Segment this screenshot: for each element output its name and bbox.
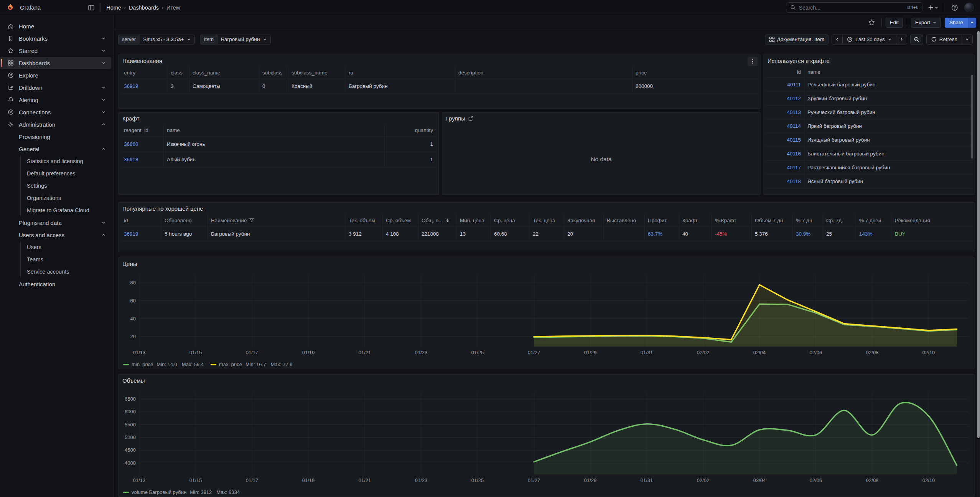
- column-header-Объем 7 дн[interactable]: Объем 7 дн: [752, 214, 793, 227]
- search-input[interactable]: Search... ctrl+k: [786, 2, 922, 13]
- column-header-Тек. цена[interactable]: Тек. цена: [530, 214, 564, 227]
- column-header-Профит[interactable]: Профит: [645, 214, 679, 227]
- column-header-quantity[interactable]: quantity: [385, 124, 436, 137]
- time-range-button[interactable]: Last 30 days: [842, 35, 896, 44]
- column-header-Выставлено[interactable]: Выставлено: [604, 214, 645, 227]
- table-cell-link[interactable]: 36919: [121, 227, 161, 241]
- grafana-logo[interactable]: [6, 3, 15, 12]
- column-header-Ср. 7д.[interactable]: Ср. 7д.: [823, 214, 856, 227]
- table-cell-link[interactable]: 40112: [766, 92, 804, 106]
- refresh-interval-dropdown[interactable]: [962, 35, 972, 44]
- column-header-Обновлено[interactable]: Обновлено: [161, 214, 208, 227]
- sidebar-item-users-and-access[interactable]: Users and access: [0, 229, 111, 241]
- column-header-subclass[interactable]: subclass: [259, 66, 288, 79]
- column-header-% Крафт[interactable]: % Крафт: [712, 214, 752, 227]
- column-header-description[interactable]: description: [455, 66, 632, 79]
- sidebar-item-organizations[interactable]: Organizations: [0, 192, 111, 204]
- variable-item-dropdown[interactable]: itemБагровый рубин: [200, 35, 271, 45]
- column-header-Ср. объем[interactable]: Ср. объем: [383, 214, 418, 227]
- sidebar-item-teams[interactable]: Teams: [0, 253, 111, 266]
- time-shift-back-button[interactable]: [832, 35, 842, 44]
- column-header-subclass_name[interactable]: subclass_name: [288, 66, 346, 79]
- sidebar-item-home[interactable]: Home: [0, 20, 111, 32]
- column-header-Ср. цена[interactable]: Ср. цена: [491, 214, 530, 227]
- sidebar-item-service-accounts[interactable]: Service accounts: [0, 266, 111, 278]
- column-header-Тек. объем[interactable]: Тек. объем: [346, 214, 383, 227]
- panel-title[interactable]: Используется в крафте: [764, 55, 974, 66]
- column-header-Рекомендация[interactable]: Рекомендация: [892, 214, 972, 227]
- sidebar-item-migrate-to-grafana-cloud[interactable]: Migrate to Grafana Cloud: [0, 204, 111, 216]
- column-header-% 7 дней[interactable]: % 7 дней: [856, 214, 892, 227]
- help-icon[interactable]: [951, 4, 958, 11]
- panel-title[interactable]: Наименования: [119, 55, 760, 66]
- legend-item[interactable]: max_priceMin: 16.7Max: 77.9: [211, 362, 293, 367]
- sidebar-item-connections[interactable]: Connections: [0, 106, 111, 118]
- table-cell-link[interactable]: 36918: [121, 152, 164, 167]
- column-header-id[interactable]: id: [766, 66, 804, 78]
- sidebar-item-alerting[interactable]: Alerting: [0, 94, 111, 106]
- column-header-price[interactable]: price: [632, 66, 758, 79]
- table-cell-link[interactable]: 40116: [766, 147, 804, 161]
- panel-title[interactable]: Объемы: [119, 375, 974, 386]
- avatar[interactable]: [964, 3, 974, 12]
- panel-title[interactable]: Крафт: [119, 112, 438, 124]
- share-dropdown-button[interactable]: [968, 18, 976, 28]
- sidebar-item-starred[interactable]: Starred: [0, 45, 111, 57]
- legend-item[interactable]: volume Багровый рубинMin: 3912Max: 6334: [123, 489, 240, 495]
- external-link-icon[interactable]: [468, 116, 473, 121]
- table-cell-link[interactable]: 40113: [766, 106, 804, 119]
- column-header-class[interactable]: class: [168, 66, 189, 79]
- panel-title[interactable]: Популярные по хорошей цене: [119, 203, 974, 214]
- legend-item[interactable]: min_priceMin: 14.0Max: 56.4: [123, 362, 204, 367]
- sidebar-item-authentication[interactable]: Authentication: [0, 278, 111, 290]
- time-shift-forward-button[interactable]: [896, 35, 907, 44]
- variable-value[interactable]: Sirus x5 - 3.3.5a+: [139, 35, 195, 45]
- export-button[interactable]: Export: [911, 18, 941, 28]
- column-header-id[interactable]: id: [121, 214, 161, 227]
- docs-link-button[interactable]: Документация. Item: [765, 35, 829, 45]
- prices-chart[interactable]: 2040608001/1301/1501/1701/1901/2101/2301…: [119, 269, 974, 359]
- column-header-Закупочная[interactable]: Закупочная: [564, 214, 604, 227]
- column-header-Крафт[interactable]: Крафт: [679, 214, 712, 227]
- sidebar-item-drilldown[interactable]: Drilldown: [0, 81, 111, 94]
- column-header-Общ. о...[interactable]: Общ. о...: [418, 214, 457, 227]
- sidebar-item-default-preferences[interactable]: Default preferences: [0, 167, 111, 180]
- sidebar-item-general[interactable]: General: [0, 143, 111, 155]
- table-cell-link[interactable]: 40118: [766, 175, 804, 188]
- sidebar-item-explore[interactable]: Explore: [0, 69, 111, 81]
- column-header-class_name[interactable]: class_name: [189, 66, 259, 79]
- column-header-Наименование[interactable]: Наименование: [208, 214, 346, 227]
- sidebar-item-provisioning[interactable]: Provisioning: [0, 130, 111, 143]
- table-cell-link[interactable]: 36919: [121, 79, 168, 94]
- column-header-name[interactable]: name: [804, 66, 972, 78]
- table-cell-link[interactable]: 40111: [766, 78, 804, 92]
- panel-title[interactable]: Цены: [119, 258, 974, 269]
- column-header-name[interactable]: name: [164, 124, 385, 137]
- table-scrollbar[interactable]: [971, 75, 973, 159]
- sidebar-item-administration[interactable]: Administration: [0, 118, 111, 130]
- breadcrumb-item[interactable]: Dashboards: [129, 5, 159, 11]
- sidebar-item-settings[interactable]: Settings: [0, 180, 111, 192]
- column-header-ru[interactable]: ru: [346, 66, 455, 79]
- breadcrumb-item[interactable]: Home: [106, 5, 121, 11]
- column-header-% 7 дн[interactable]: % 7 дн: [793, 214, 823, 227]
- column-header-entry[interactable]: entry: [121, 66, 168, 79]
- table-cell-link[interactable]: 40114: [766, 119, 804, 133]
- sidebar-item-users[interactable]: Users: [0, 241, 111, 253]
- sidebar-item-plugins-and-data[interactable]: Plugins and data: [0, 216, 111, 229]
- sidebar-item-bookmarks[interactable]: Bookmarks: [0, 32, 111, 45]
- column-header-reagent_id[interactable]: reagent_id: [121, 124, 164, 137]
- table-cell-link[interactable]: 40115: [766, 133, 804, 147]
- new-button[interactable]: [928, 5, 939, 10]
- edit-button[interactable]: Edit: [886, 18, 903, 28]
- table-cell-link[interactable]: 40117: [766, 161, 804, 175]
- volumes-chart[interactable]: 40004500500055006000650001/1301/1501/170…: [119, 385, 974, 487]
- share-button[interactable]: Share: [945, 18, 968, 28]
- column-header-Мин. цена[interactable]: Мин. цена: [457, 214, 491, 227]
- sort-down-icon[interactable]: [445, 218, 450, 223]
- filter-icon[interactable]: [249, 218, 254, 223]
- panel-title[interactable]: Группы: [442, 112, 760, 124]
- panel-menu-icon[interactable]: [748, 57, 758, 66]
- variable-server-dropdown[interactable]: serverSirus x5 - 3.3.5a+: [118, 35, 195, 45]
- page-scrollbar-thumb[interactable]: [977, 31, 980, 438]
